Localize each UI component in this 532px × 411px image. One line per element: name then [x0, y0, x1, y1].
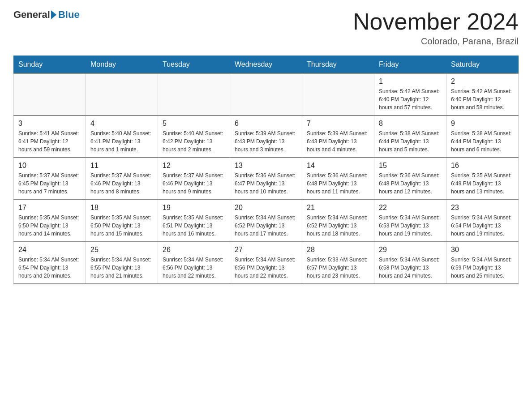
calendar-week-row: 24Sunrise: 5:34 AM Sunset: 6:54 PM Dayli… [14, 242, 519, 284]
calendar-week-row: 10Sunrise: 5:37 AM Sunset: 6:45 PM Dayli… [14, 158, 519, 200]
day-info: Sunrise: 5:34 AM Sunset: 6:54 PM Dayligh… [18, 256, 81, 280]
calendar-cell: 28Sunrise: 5:33 AM Sunset: 6:57 PM Dayli… [302, 242, 374, 284]
day-number: 24 [18, 246, 81, 254]
day-info: Sunrise: 5:40 AM Sunset: 6:42 PM Dayligh… [163, 129, 225, 154]
day-number: 13 [235, 162, 297, 170]
calendar-cell: 24Sunrise: 5:34 AM Sunset: 6:54 PM Dayli… [14, 242, 86, 284]
day-number: 27 [235, 246, 297, 254]
day-of-week-header: Saturday [446, 56, 519, 74]
day-of-week-header: Thursday [302, 56, 374, 74]
day-info: Sunrise: 5:35 AM Sunset: 6:50 PM Dayligh… [90, 214, 153, 238]
calendar-cell: 15Sunrise: 5:36 AM Sunset: 6:48 PM Dayli… [374, 158, 446, 200]
day-info: Sunrise: 5:42 AM Sunset: 6:40 PM Dayligh… [451, 87, 514, 111]
day-number: 11 [90, 162, 153, 170]
day-number: 30 [451, 246, 514, 254]
day-number: 3 [18, 120, 81, 128]
day-of-week-header: Friday [374, 56, 446, 74]
calendar-cell: 20Sunrise: 5:34 AM Sunset: 6:52 PM Dayli… [230, 200, 302, 242]
calendar-cell: 23Sunrise: 5:34 AM Sunset: 6:54 PM Dayli… [446, 200, 519, 242]
calendar-cell: 13Sunrise: 5:36 AM Sunset: 6:47 PM Dayli… [230, 158, 302, 200]
calendar-week-row: 3Sunrise: 5:41 AM Sunset: 6:41 PM Daylig… [14, 116, 519, 158]
day-info: Sunrise: 5:34 AM Sunset: 6:55 PM Dayligh… [90, 256, 153, 280]
day-number: 29 [379, 246, 442, 254]
calendar-cell [14, 73, 86, 116]
calendar-cell: 22Sunrise: 5:34 AM Sunset: 6:53 PM Dayli… [374, 200, 446, 242]
day-info: Sunrise: 5:36 AM Sunset: 6:48 PM Dayligh… [307, 171, 369, 196]
day-number: 17 [18, 204, 81, 212]
day-info: Sunrise: 5:34 AM Sunset: 6:54 PM Dayligh… [451, 214, 514, 238]
calendar-cell [86, 73, 158, 116]
calendar-cell: 3Sunrise: 5:41 AM Sunset: 6:41 PM Daylig… [14, 116, 86, 158]
day-number: 6 [235, 120, 297, 128]
day-number: 9 [451, 120, 514, 128]
calendar-week-row: 1Sunrise: 5:42 AM Sunset: 6:40 PM Daylig… [14, 73, 519, 116]
calendar-header-row: SundayMondayTuesdayWednesdayThursdayFrid… [14, 56, 519, 74]
logo-general-text: General [13, 9, 50, 21]
page-header: General Blue November 2024 Colorado, Par… [13, 9, 519, 47]
day-number: 4 [90, 120, 153, 128]
day-number: 26 [163, 246, 225, 254]
calendar-cell: 29Sunrise: 5:34 AM Sunset: 6:58 PM Dayli… [374, 242, 446, 284]
day-number: 5 [163, 120, 225, 128]
title-section: November 2024 Colorado, Parana, Brazil [353, 9, 519, 47]
calendar-cell: 4Sunrise: 5:40 AM Sunset: 6:41 PM Daylig… [86, 116, 158, 158]
day-info: Sunrise: 5:36 AM Sunset: 6:48 PM Dayligh… [379, 171, 442, 196]
day-number: 10 [18, 162, 81, 170]
calendar-cell: 17Sunrise: 5:35 AM Sunset: 6:50 PM Dayli… [14, 200, 86, 242]
day-info: Sunrise: 5:37 AM Sunset: 6:45 PM Dayligh… [18, 171, 81, 196]
calendar-week-row: 17Sunrise: 5:35 AM Sunset: 6:50 PM Dayli… [14, 200, 519, 242]
calendar-cell: 30Sunrise: 5:34 AM Sunset: 6:59 PM Dayli… [446, 242, 519, 284]
calendar-cell [230, 73, 302, 116]
day-number: 28 [307, 246, 369, 254]
day-info: Sunrise: 5:35 AM Sunset: 6:51 PM Dayligh… [163, 214, 225, 238]
day-number: 25 [90, 246, 153, 254]
day-number: 18 [90, 204, 153, 212]
day-number: 23 [451, 204, 514, 212]
day-info: Sunrise: 5:37 AM Sunset: 6:46 PM Dayligh… [163, 171, 225, 196]
day-info: Sunrise: 5:34 AM Sunset: 6:59 PM Dayligh… [451, 256, 514, 280]
day-info: Sunrise: 5:35 AM Sunset: 6:50 PM Dayligh… [18, 214, 81, 238]
day-info: Sunrise: 5:34 AM Sunset: 6:53 PM Dayligh… [379, 214, 442, 238]
calendar-cell: 2Sunrise: 5:42 AM Sunset: 6:40 PM Daylig… [446, 73, 519, 116]
day-number: 1 [379, 77, 442, 86]
day-number: 7 [307, 120, 369, 128]
day-number: 8 [379, 120, 442, 128]
calendar-cell: 11Sunrise: 5:37 AM Sunset: 6:46 PM Dayli… [86, 158, 158, 200]
calendar-cell: 6Sunrise: 5:39 AM Sunset: 6:43 PM Daylig… [230, 116, 302, 158]
calendar-cell: 9Sunrise: 5:38 AM Sunset: 6:44 PM Daylig… [446, 116, 519, 158]
calendar-table: SundayMondayTuesdayWednesdayThursdayFrid… [13, 56, 519, 284]
calendar-cell: 16Sunrise: 5:35 AM Sunset: 6:49 PM Dayli… [446, 158, 519, 200]
day-info: Sunrise: 5:39 AM Sunset: 6:43 PM Dayligh… [307, 129, 369, 154]
calendar-subtitle: Colorado, Parana, Brazil [353, 36, 519, 47]
calendar-cell: 18Sunrise: 5:35 AM Sunset: 6:50 PM Dayli… [86, 200, 158, 242]
day-number: 21 [307, 204, 369, 212]
calendar-cell: 7Sunrise: 5:39 AM Sunset: 6:43 PM Daylig… [302, 116, 374, 158]
day-info: Sunrise: 5:42 AM Sunset: 6:40 PM Dayligh… [379, 87, 442, 111]
day-info: Sunrise: 5:40 AM Sunset: 6:41 PM Dayligh… [90, 129, 153, 154]
day-number: 2 [451, 77, 514, 86]
calendar-cell: 14Sunrise: 5:36 AM Sunset: 6:48 PM Dayli… [302, 158, 374, 200]
calendar-cell: 5Sunrise: 5:40 AM Sunset: 6:42 PM Daylig… [158, 116, 230, 158]
day-info: Sunrise: 5:34 AM Sunset: 6:56 PM Dayligh… [163, 256, 225, 280]
day-number: 20 [235, 204, 297, 212]
day-number: 12 [163, 162, 225, 170]
day-number: 22 [379, 204, 442, 212]
calendar-cell: 12Sunrise: 5:37 AM Sunset: 6:46 PM Dayli… [158, 158, 230, 200]
day-number: 14 [307, 162, 369, 170]
day-number: 16 [451, 162, 514, 170]
day-of-week-header: Sunday [14, 56, 86, 74]
calendar-cell: 1Sunrise: 5:42 AM Sunset: 6:40 PM Daylig… [374, 73, 446, 116]
day-info: Sunrise: 5:38 AM Sunset: 6:44 PM Dayligh… [379, 129, 442, 154]
day-of-week-header: Monday [86, 56, 158, 74]
day-info: Sunrise: 5:34 AM Sunset: 6:58 PM Dayligh… [379, 256, 442, 280]
day-number: 15 [379, 162, 442, 170]
logo: General Blue [13, 9, 80, 21]
calendar-cell [302, 73, 374, 116]
day-info: Sunrise: 5:38 AM Sunset: 6:44 PM Dayligh… [451, 129, 514, 154]
calendar-cell [158, 73, 230, 116]
calendar-title: November 2024 [353, 9, 519, 34]
day-of-week-header: Tuesday [158, 56, 230, 74]
calendar-cell: 8Sunrise: 5:38 AM Sunset: 6:44 PM Daylig… [374, 116, 446, 158]
calendar-cell: 27Sunrise: 5:34 AM Sunset: 6:56 PM Dayli… [230, 242, 302, 284]
day-info: Sunrise: 5:34 AM Sunset: 6:52 PM Dayligh… [235, 214, 297, 238]
